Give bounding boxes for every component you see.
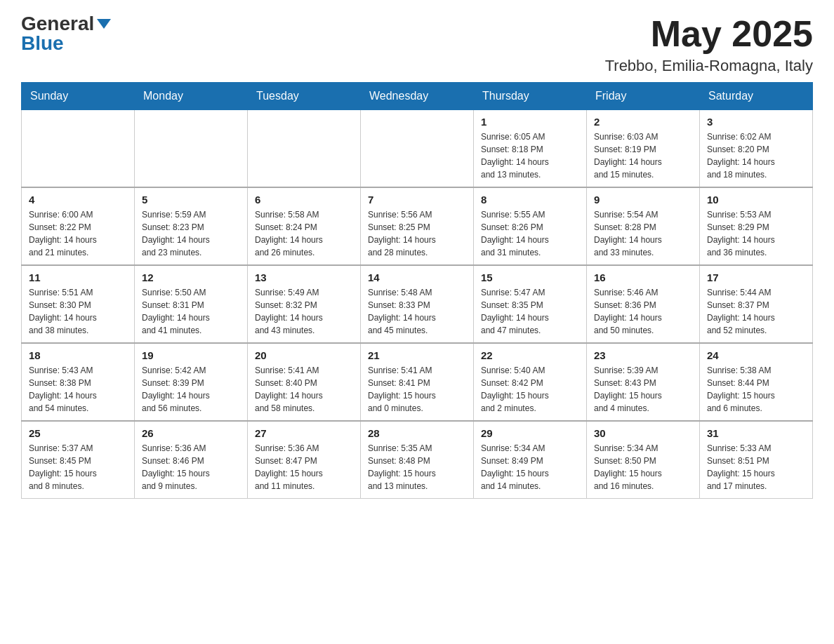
calendar-header-row: SundayMondayTuesdayWednesdayThursdayFrid… — [22, 83, 813, 110]
calendar-cell: 15Sunrise: 5:47 AMSunset: 8:35 PMDayligh… — [474, 265, 587, 343]
calendar-cell: 24Sunrise: 5:38 AMSunset: 8:44 PMDayligh… — [700, 343, 813, 421]
day-info: Sunrise: 5:40 AMSunset: 8:42 PMDaylight:… — [481, 364, 579, 415]
calendar-week-row: 18Sunrise: 5:43 AMSunset: 8:38 PMDayligh… — [22, 343, 813, 421]
calendar-cell — [361, 110, 474, 188]
day-number: 15 — [481, 271, 579, 283]
day-number: 19 — [142, 349, 240, 361]
calendar-cell: 4Sunrise: 6:00 AMSunset: 8:22 PMDaylight… — [22, 187, 135, 265]
calendar-cell: 7Sunrise: 5:56 AMSunset: 8:25 PMDaylight… — [361, 187, 474, 265]
day-info: Sunrise: 6:00 AMSunset: 8:22 PMDaylight:… — [29, 208, 127, 259]
day-info: Sunrise: 5:36 AMSunset: 8:47 PMDaylight:… — [255, 442, 353, 492]
calendar-cell — [248, 110, 361, 188]
day-number: 12 — [142, 271, 240, 283]
calendar-cell: 8Sunrise: 5:55 AMSunset: 8:26 PMDaylight… — [474, 187, 587, 265]
day-number: 3 — [707, 116, 805, 128]
day-info: Sunrise: 5:33 AMSunset: 8:51 PMDaylight:… — [707, 442, 805, 492]
calendar-cell: 26Sunrise: 5:36 AMSunset: 8:46 PMDayligh… — [135, 421, 248, 499]
calendar-cell: 5Sunrise: 5:59 AMSunset: 8:23 PMDaylight… — [135, 187, 248, 265]
day-number: 10 — [707, 194, 805, 206]
column-header-monday: Monday — [135, 83, 248, 110]
day-info: Sunrise: 5:41 AMSunset: 8:40 PMDaylight:… — [255, 364, 353, 415]
day-info: Sunrise: 5:48 AMSunset: 8:33 PMDaylight:… — [368, 286, 466, 337]
day-info: Sunrise: 5:58 AMSunset: 8:24 PMDaylight:… — [255, 208, 353, 259]
calendar-cell: 9Sunrise: 5:54 AMSunset: 8:28 PMDaylight… — [587, 187, 700, 265]
day-number: 26 — [142, 427, 240, 439]
day-info: Sunrise: 5:38 AMSunset: 8:44 PMDaylight:… — [707, 364, 805, 415]
column-header-thursday: Thursday — [474, 83, 587, 110]
day-number: 8 — [481, 194, 579, 206]
day-info: Sunrise: 5:47 AMSunset: 8:35 PMDaylight:… — [481, 286, 579, 337]
calendar-cell: 18Sunrise: 5:43 AMSunset: 8:38 PMDayligh… — [22, 343, 135, 421]
day-info: Sunrise: 5:34 AMSunset: 8:50 PMDaylight:… — [594, 442, 692, 492]
calendar-cell: 17Sunrise: 5:44 AMSunset: 8:37 PMDayligh… — [700, 265, 813, 343]
day-info: Sunrise: 5:46 AMSunset: 8:36 PMDaylight:… — [594, 286, 692, 337]
page-header: General Blue May 2025 Trebbo, Emilia-Rom… — [21, 14, 813, 75]
day-info: Sunrise: 5:44 AMSunset: 8:37 PMDaylight:… — [707, 286, 805, 337]
calendar-cell — [22, 110, 135, 188]
calendar-cell: 21Sunrise: 5:41 AMSunset: 8:41 PMDayligh… — [361, 343, 474, 421]
day-number: 31 — [707, 427, 805, 439]
day-info: Sunrise: 6:05 AMSunset: 8:18 PMDaylight:… — [481, 130, 579, 181]
calendar-cell: 22Sunrise: 5:40 AMSunset: 8:42 PMDayligh… — [474, 343, 587, 421]
calendar-cell: 14Sunrise: 5:48 AMSunset: 8:33 PMDayligh… — [361, 265, 474, 343]
calendar-week-row: 4Sunrise: 6:00 AMSunset: 8:22 PMDaylight… — [22, 187, 813, 265]
calendar-cell: 10Sunrise: 5:53 AMSunset: 8:29 PMDayligh… — [700, 187, 813, 265]
calendar-week-row: 1Sunrise: 6:05 AMSunset: 8:18 PMDaylight… — [22, 110, 813, 188]
day-info: Sunrise: 6:02 AMSunset: 8:20 PMDaylight:… — [707, 130, 805, 181]
day-info: Sunrise: 5:37 AMSunset: 8:45 PMDaylight:… — [29, 442, 127, 492]
day-number: 7 — [368, 194, 466, 206]
day-number: 30 — [594, 427, 692, 439]
day-number: 1 — [481, 116, 579, 128]
day-number: 28 — [368, 427, 466, 439]
day-number: 2 — [594, 116, 692, 128]
day-info: Sunrise: 5:36 AMSunset: 8:46 PMDaylight:… — [142, 442, 240, 492]
day-number: 20 — [255, 349, 353, 361]
calendar-cell: 12Sunrise: 5:50 AMSunset: 8:31 PMDayligh… — [135, 265, 248, 343]
day-info: Sunrise: 5:39 AMSunset: 8:43 PMDaylight:… — [594, 364, 692, 415]
logo-general-text: General — [21, 14, 94, 34]
calendar-cell: 20Sunrise: 5:41 AMSunset: 8:40 PMDayligh… — [248, 343, 361, 421]
day-number: 14 — [368, 271, 466, 283]
column-header-friday: Friday — [587, 83, 700, 110]
logo-blue-text: Blue — [21, 34, 64, 53]
day-info: Sunrise: 5:42 AMSunset: 8:39 PMDaylight:… — [142, 364, 240, 415]
day-info: Sunrise: 6:03 AMSunset: 8:19 PMDaylight:… — [594, 130, 692, 181]
calendar-cell: 27Sunrise: 5:36 AMSunset: 8:47 PMDayligh… — [248, 421, 361, 499]
day-info: Sunrise: 5:59 AMSunset: 8:23 PMDaylight:… — [142, 208, 240, 259]
day-number: 4 — [29, 194, 127, 206]
day-number: 23 — [594, 349, 692, 361]
day-number: 21 — [368, 349, 466, 361]
day-number: 9 — [594, 194, 692, 206]
calendar-cell: 30Sunrise: 5:34 AMSunset: 8:50 PMDayligh… — [587, 421, 700, 499]
calendar-cell: 2Sunrise: 6:03 AMSunset: 8:19 PMDaylight… — [587, 110, 700, 188]
calendar-cell: 23Sunrise: 5:39 AMSunset: 8:43 PMDayligh… — [587, 343, 700, 421]
day-info: Sunrise: 5:41 AMSunset: 8:41 PMDaylight:… — [368, 364, 466, 415]
calendar-cell: 29Sunrise: 5:34 AMSunset: 8:49 PMDayligh… — [474, 421, 587, 499]
day-number: 11 — [29, 271, 127, 283]
column-header-tuesday: Tuesday — [248, 83, 361, 110]
calendar-week-row: 25Sunrise: 5:37 AMSunset: 8:45 PMDayligh… — [22, 421, 813, 499]
day-number: 17 — [707, 271, 805, 283]
calendar-cell: 3Sunrise: 6:02 AMSunset: 8:20 PMDaylight… — [700, 110, 813, 188]
column-header-sunday: Sunday — [22, 83, 135, 110]
day-info: Sunrise: 5:34 AMSunset: 8:49 PMDaylight:… — [481, 442, 579, 492]
day-info: Sunrise: 5:43 AMSunset: 8:38 PMDaylight:… — [29, 364, 127, 415]
calendar-week-row: 11Sunrise: 5:51 AMSunset: 8:30 PMDayligh… — [22, 265, 813, 343]
day-info: Sunrise: 5:51 AMSunset: 8:30 PMDaylight:… — [29, 286, 127, 337]
day-info: Sunrise: 5:54 AMSunset: 8:28 PMDaylight:… — [594, 208, 692, 259]
day-info: Sunrise: 5:35 AMSunset: 8:48 PMDaylight:… — [368, 442, 466, 492]
day-info: Sunrise: 5:56 AMSunset: 8:25 PMDaylight:… — [368, 208, 466, 259]
day-info: Sunrise: 5:55 AMSunset: 8:26 PMDaylight:… — [481, 208, 579, 259]
month-title: May 2025 — [605, 14, 813, 54]
calendar-cell: 31Sunrise: 5:33 AMSunset: 8:51 PMDayligh… — [700, 421, 813, 499]
day-number: 18 — [29, 349, 127, 361]
logo-triangle-icon — [97, 19, 111, 29]
day-number: 6 — [255, 194, 353, 206]
logo: General Blue — [21, 14, 111, 53]
title-section: May 2025 Trebbo, Emilia-Romagna, Italy — [605, 14, 813, 75]
day-number: 24 — [707, 349, 805, 361]
calendar-cell: 16Sunrise: 5:46 AMSunset: 8:36 PMDayligh… — [587, 265, 700, 343]
day-info: Sunrise: 5:50 AMSunset: 8:31 PMDaylight:… — [142, 286, 240, 337]
calendar-cell — [135, 110, 248, 188]
column-header-wednesday: Wednesday — [361, 83, 474, 110]
